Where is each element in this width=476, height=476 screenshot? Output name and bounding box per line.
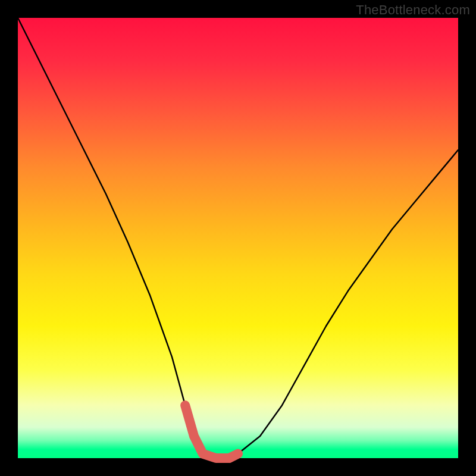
plot-area: [18, 18, 458, 458]
chart-frame: TheBottleneck.com: [0, 0, 476, 476]
curve-layer: [18, 18, 458, 458]
bottleneck-curve: [18, 18, 458, 458]
trough-highlight: [185, 405, 238, 458]
watermark-label: TheBottleneck.com: [356, 2, 470, 18]
